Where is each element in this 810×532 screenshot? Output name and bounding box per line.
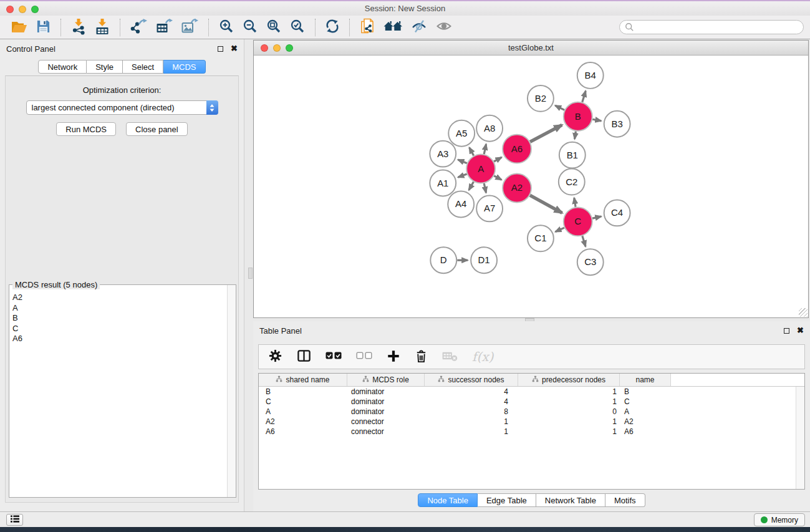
network-from-file-button[interactable] [355, 17, 379, 38]
tab-motifs[interactable]: Motifs [605, 493, 645, 507]
tab-network[interactable]: Network [38, 60, 87, 74]
tab-network-table[interactable]: Network Table [536, 493, 605, 507]
node-A[interactable]: A [466, 155, 495, 183]
node-C[interactable]: C [564, 207, 592, 236]
table-cell[interactable]: dominator [347, 397, 425, 406]
edge-C-C4[interactable] [592, 216, 601, 218]
vertical-divider-grip[interactable] [248, 268, 253, 279]
edge-B-B3[interactable] [592, 119, 601, 121]
table-cell[interactable]: 4 [425, 387, 518, 396]
node-C2[interactable]: C2 [559, 169, 585, 195]
home-button[interactable] [379, 18, 407, 36]
close-panel-action-button[interactable]: Close panel [126, 122, 188, 136]
tab-style[interactable]: Style [87, 60, 123, 74]
table-cell[interactable]: 0 [518, 407, 620, 416]
unselect-all-columns-button[interactable] [356, 351, 372, 362]
minimize-window-button[interactable] [19, 6, 26, 13]
network-close-button[interactable] [261, 44, 268, 52]
edge-A6-B[interactable] [530, 125, 562, 142]
export-image-button[interactable] [177, 17, 203, 37]
show-columns-button[interactable] [297, 349, 311, 365]
close-window-button[interactable] [6, 6, 14, 13]
node-C1[interactable]: C1 [528, 225, 554, 251]
table-cell[interactable]: 4 [425, 397, 518, 406]
mcds-result-item[interactable]: A6 [12, 334, 226, 344]
network-minimize-button[interactable] [273, 44, 281, 52]
node-A8[interactable]: A8 [476, 115, 503, 142]
table-cell[interactable]: B [259, 387, 347, 396]
table-cell[interactable]: connector [347, 427, 425, 436]
tab-edge-table[interactable]: Edge Table [478, 493, 536, 507]
close-table-panel-button[interactable]: ✖ [797, 327, 804, 334]
delete-columns-button[interactable] [415, 349, 428, 365]
edge-B-B4[interactable] [582, 91, 586, 102]
node-C3[interactable]: C3 [577, 249, 604, 275]
node-A1[interactable]: A1 [430, 170, 456, 196]
tab-select[interactable]: Select [123, 60, 163, 74]
node-D1[interactable]: D1 [471, 247, 497, 273]
import-table-button[interactable] [90, 17, 114, 38]
table-row[interactable]: Bdominator41B [259, 387, 804, 397]
node-B4[interactable]: B4 [577, 62, 604, 89]
task-history-button[interactable] [6, 514, 23, 526]
node-A3[interactable]: A3 [430, 141, 456, 167]
zoom-out-button[interactable] [238, 17, 262, 37]
table-cell[interactable]: connector [347, 417, 425, 426]
edge-C-C1[interactable] [556, 228, 564, 231]
table-cell[interactable]: C [259, 397, 347, 406]
table-cell[interactable]: 1 [518, 397, 620, 406]
edge-A2-C[interactable] [530, 195, 562, 213]
select-all-columns-button[interactable] [325, 351, 342, 362]
table-row[interactable]: A2connector11A2 [259, 417, 804, 427]
node-A2[interactable]: A2 [503, 174, 531, 203]
table-cell[interactable]: A6 [620, 427, 671, 436]
network-maximize-button[interactable] [286, 44, 293, 52]
refresh-button[interactable] [321, 17, 344, 37]
table-cell[interactable]: 1 [518, 417, 620, 426]
open-file-button[interactable] [6, 18, 32, 37]
edge-A-A5[interactable] [470, 147, 474, 155]
table-row[interactable]: Cdominator41C [259, 397, 804, 407]
edge-B-B2[interactable] [555, 105, 564, 110]
import-network-button[interactable] [67, 17, 90, 38]
float-table-panel-button[interactable] [784, 328, 797, 334]
edge-A-A6[interactable] [494, 157, 501, 162]
result-scrollbar[interactable] [227, 285, 236, 497]
search-input[interactable] [619, 20, 804, 34]
mcds-result-item[interactable]: A2 [12, 293, 226, 303]
hide-details-button[interactable] [407, 17, 432, 37]
table-cell[interactable]: 1 [518, 387, 620, 396]
mcds-result-item[interactable]: C [12, 324, 226, 334]
edge-A-A8[interactable] [484, 144, 486, 154]
node-B2[interactable]: B2 [528, 85, 554, 112]
edge-A-A4[interactable] [469, 181, 474, 190]
column-header-mcds-role[interactable]: MCDS role [347, 374, 425, 386]
run-mcds-button[interactable]: Run MCDS [56, 122, 116, 136]
edge-A-A7[interactable] [484, 183, 486, 193]
export-network-button[interactable] [126, 17, 152, 37]
add-column-button[interactable] [387, 349, 400, 365]
edge-C-C2[interactable] [574, 198, 576, 207]
table-cell[interactable]: A2 [259, 417, 347, 426]
mcds-result-item[interactable]: A [12, 303, 226, 314]
column-header-name[interactable]: name [620, 374, 671, 386]
zoom-fit-button[interactable] [262, 17, 286, 37]
table-cell[interactable]: 8 [425, 407, 518, 416]
edge-B-B1[interactable] [574, 132, 576, 139]
table-settings-button[interactable] [268, 349, 282, 365]
tab-mcds[interactable]: MCDS [163, 60, 205, 74]
node-A6[interactable]: A6 [503, 135, 531, 163]
edge-A-A2[interactable] [494, 176, 501, 180]
memory-button[interactable]: Memory [754, 513, 805, 526]
column-header-successor-nodes[interactable]: successor nodes [425, 374, 518, 386]
column-header-predecessor-nodes[interactable]: predecessor nodes [518, 374, 620, 386]
edge-C-C3[interactable] [582, 236, 586, 246]
node-A5[interactable]: A5 [448, 120, 475, 147]
mcds-result-item[interactable]: B [12, 313, 226, 324]
table-cell[interactable]: 1 [425, 417, 518, 426]
show-details-button[interactable] [432, 17, 456, 37]
table-row[interactable]: Adominator80A [259, 407, 804, 417]
maximize-window-button[interactable] [31, 6, 39, 13]
close-panel-button[interactable]: ✖ [231, 46, 238, 52]
table-scrollbar[interactable] [796, 387, 804, 489]
